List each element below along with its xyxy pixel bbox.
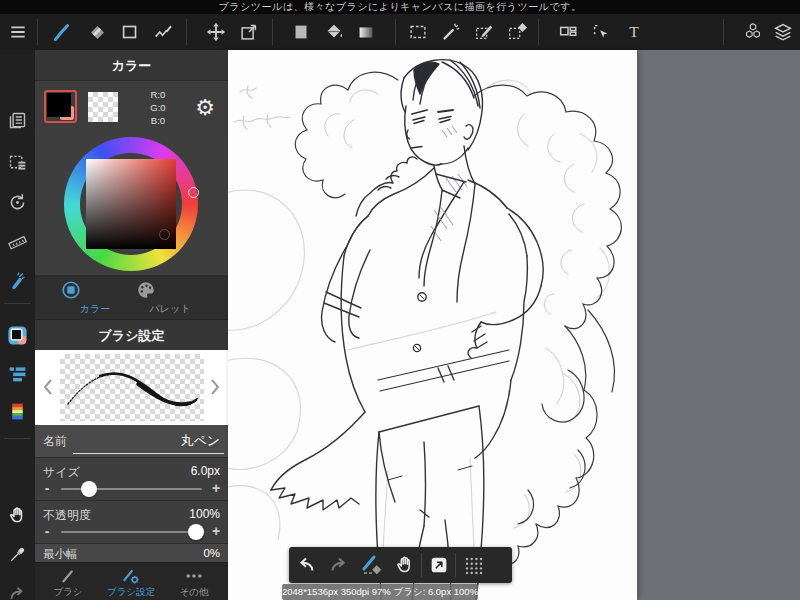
magic-wand-tool-icon[interactable] <box>440 21 462 43</box>
color-wheel[interactable] <box>35 135 228 275</box>
brush-tool-icon[interactable] <box>51 21 73 43</box>
size-label: サイズ <box>43 464 80 481</box>
material-3d-icon[interactable] <box>742 21 764 43</box>
brush-preview-area <box>60 354 204 421</box>
rgb-g: G:0 <box>135 101 181 114</box>
select-move-icon[interactable] <box>590 21 612 43</box>
select-layer-icon[interactable] <box>6 151 29 174</box>
palette-tab-icon <box>135 279 205 301</box>
split-view-icon[interactable] <box>557 21 579 43</box>
brush-prev-icon[interactable] <box>41 376 55 398</box>
tool-panel: カラー R:0 G:0 B:0 ⚙ カラー <box>35 50 228 600</box>
brush-next-icon[interactable] <box>208 376 222 398</box>
color-mode-tabs: カラー パレット <box>35 275 228 320</box>
move-tool-icon[interactable] <box>205 21 227 43</box>
min-width-label: 最小幅 <box>43 547 78 562</box>
eyedropper-icon[interactable] <box>6 543 29 566</box>
size-slider[interactable] <box>61 488 202 490</box>
gradient-tool-icon[interactable] <box>355 21 377 43</box>
hand-icon[interactable] <box>6 504 29 527</box>
select-pen-tool-icon[interactable] <box>473 21 495 43</box>
sv-selector[interactable] <box>159 229 170 240</box>
toolbar-separator <box>538 19 539 45</box>
brush-preview <box>35 350 228 425</box>
more-dots-icon <box>163 566 225 586</box>
handwritten-note <box>234 86 290 129</box>
quick-redo-icon[interactable] <box>322 547 355 583</box>
bucket-fill-tool-icon[interactable] <box>323 21 345 43</box>
transform-tool-icon[interactable] <box>238 21 260 43</box>
opacity-minus-button[interactable]: - <box>41 523 53 539</box>
svg-text:T: T <box>629 23 639 40</box>
foreground-color-swatch[interactable] <box>44 90 77 123</box>
toolbar-separator <box>272 19 273 45</box>
min-width-value: 0% <box>203 547 220 559</box>
opacity-label: 不透明度 <box>43 507 91 524</box>
sidebar-separator <box>4 303 31 304</box>
canvas-artwork <box>228 50 637 600</box>
brush-eraser-toggle-icon[interactable] <box>355 547 388 583</box>
size-value: 6.0px <box>191 464 220 478</box>
brush-settings-tab-icon <box>100 566 162 586</box>
notification-text: ブラシツールは、様々なブラシによりキャンバスに描画を行うツールです。 <box>219 1 582 12</box>
materials-icon[interactable] <box>6 400 29 423</box>
size-minus-button[interactable]: - <box>41 480 53 496</box>
text-tool-icon[interactable]: T <box>623 21 645 43</box>
opacity-plus-button[interactable]: + <box>210 523 222 539</box>
fill-rect-tool-icon[interactable] <box>290 21 312 43</box>
color-panel-title: カラー <box>35 50 228 81</box>
tab-color[interactable]: カラー <box>60 279 130 316</box>
brush-panel-title: ブラシ設定 <box>35 320 228 351</box>
brush-size-row: サイズ 6.0px - + <box>35 457 228 500</box>
shape-tool-icon[interactable] <box>119 21 141 43</box>
notification-bar: ブラシツールは、様々なブラシによりキャンバスに描画を行うツールです。 <box>0 0 800 14</box>
panel-bottom-tabs: ブラシ ブラシ設定 その他 <box>35 562 228 600</box>
left-sidebar <box>0 50 35 600</box>
rgb-r: R:0 <box>135 88 181 101</box>
rgb-readout: R:0 G:0 B:0 <box>135 88 181 127</box>
layers-icon[interactable] <box>772 21 794 43</box>
status-bar: 2048*1536px 350dpi 97% ブラシ: 6.0px 100% <box>282 584 478 600</box>
tab-others[interactable]: その他 <box>163 566 225 599</box>
ruler-icon[interactable] <box>6 231 29 254</box>
brush-name-row: 名前 丸ペン <box>35 425 228 457</box>
min-width-row: 最小幅 0% <box>35 543 228 562</box>
pages-icon[interactable] <box>6 109 29 132</box>
brush-tab-icon <box>37 566 99 586</box>
canvas-area[interactable] <box>228 50 637 600</box>
tab-brush-settings[interactable]: ブラシ設定 <box>100 566 162 599</box>
main-toolbar: T <box>0 14 800 50</box>
hue-selector[interactable] <box>188 187 199 198</box>
redo-icon[interactable] <box>6 582 29 600</box>
menu-icon[interactable] <box>7 21 29 43</box>
layer-list-icon[interactable] <box>6 362 29 385</box>
opacity-value: 100% <box>189 507 220 521</box>
sidebar-separator <box>4 438 31 439</box>
opacity-slider-knob[interactable] <box>188 524 204 540</box>
thumbnail-nav-icon[interactable] <box>422 547 455 583</box>
toolbar-separator <box>723 19 724 45</box>
dots-grid-icon[interactable] <box>456 547 489 583</box>
curve-pen-tool-icon[interactable] <box>152 21 174 43</box>
brush-name-value[interactable]: 丸ペン <box>180 432 220 450</box>
brush-opacity-row: 不透明度 100% - + <box>35 500 228 543</box>
eraser-tool-icon[interactable] <box>86 21 108 43</box>
tab-brush[interactable]: ブラシ <box>37 566 99 599</box>
quick-undo-icon[interactable] <box>289 547 322 583</box>
toolbar-separator <box>186 19 187 45</box>
gear-icon[interactable]: ⚙ <box>192 95 218 121</box>
tab-palette[interactable]: パレット <box>135 279 205 316</box>
color-swatch-icon[interactable] <box>6 324 29 347</box>
rotate-reset-icon[interactable] <box>6 191 29 214</box>
select-eraser-tool-icon[interactable] <box>506 21 528 43</box>
transparent-color-swatch[interactable] <box>88 92 118 122</box>
size-plus-button[interactable]: + <box>210 480 222 496</box>
status-text: 2048*1536px 350dpi 97% ブラシ: 6.0px 100% <box>282 586 478 597</box>
airbrush-icon[interactable] <box>6 269 29 292</box>
color-swatch-row: R:0 G:0 B:0 ⚙ <box>35 81 228 135</box>
opacity-slider[interactable] <box>61 531 202 533</box>
size-slider-knob[interactable] <box>81 481 97 497</box>
canvas-quick-toolbar <box>289 547 512 583</box>
quick-hand-icon[interactable] <box>388 547 421 583</box>
select-rect-tool-icon[interactable] <box>407 21 429 43</box>
